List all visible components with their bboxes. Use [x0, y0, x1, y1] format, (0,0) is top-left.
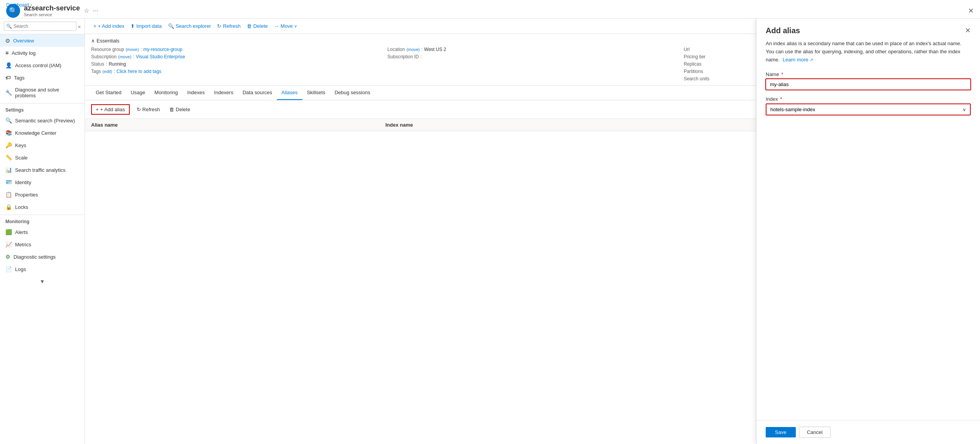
- subscription-value[interactable]: Visual Studio Enterprise: [136, 54, 185, 59]
- sidebar-item-label: Overview: [13, 38, 34, 44]
- sidebar-item-label: Logs: [15, 266, 26, 272]
- sidebar-item-overview[interactable]: ⊙ Overview: [0, 34, 85, 47]
- essentials-collapse-icon: ∧: [91, 38, 95, 44]
- move-dropdown-icon: ∨: [294, 24, 297, 28]
- sidebar-item-access-control[interactable]: 👤 Access control (IAM): [0, 59, 85, 71]
- sidebar-item-label: Alerts: [15, 229, 28, 235]
- location-value: West US 2: [424, 47, 446, 52]
- sidebar-item-logs[interactable]: 📄 Logs: [0, 263, 85, 275]
- sidebar-search-input[interactable]: [4, 22, 76, 31]
- sidebar-item-alerts[interactable]: 🟩 Alerts: [0, 226, 85, 238]
- index-select[interactable]: hotels-sample-index: [766, 104, 970, 115]
- search-traffic-icon: 📊: [5, 167, 12, 173]
- tab-monitoring[interactable]: Monitoring: [150, 86, 183, 100]
- add-alias-button[interactable]: + + Add alias: [91, 104, 130, 115]
- sidebar-item-search-traffic[interactable]: 📊 Search traffic analytics: [0, 164, 85, 176]
- sidebar-item-label: Access control (IAM): [15, 63, 61, 68]
- resource-group-move-link[interactable]: (move): [125, 47, 139, 52]
- service-title: azsearch-service Search service: [24, 4, 80, 17]
- sidebar-item-label: Semantic search (Preview): [15, 118, 75, 124]
- tab-skillsets[interactable]: Skillsets: [302, 86, 330, 100]
- import-data-button[interactable]: ⬆ Import data: [128, 22, 164, 31]
- sidebar-item-label: Identity: [15, 180, 31, 185]
- sidebar-item-diagnose[interactable]: 🔧 Diagnose and solve problems: [0, 84, 85, 102]
- sidebar-item-knowledge-center[interactable]: 📚 Knowledge Center: [0, 127, 85, 139]
- favorite-icon[interactable]: ☆: [84, 7, 89, 14]
- locks-icon: 🔒: [5, 204, 12, 210]
- properties-icon: 📋: [5, 191, 12, 198]
- sidebar-item-label: Metrics: [15, 242, 31, 247]
- location-label: Location: [387, 47, 405, 52]
- tab-usage[interactable]: Usage: [126, 86, 150, 100]
- knowledge-center-icon: 📚: [5, 130, 12, 136]
- name-label: Name *: [766, 71, 971, 77]
- more-options-icon[interactable]: ···: [93, 7, 98, 14]
- name-required-indicator: *: [781, 71, 783, 77]
- window-close-button[interactable]: ✕: [968, 7, 974, 15]
- sidebar-item-label: Tags: [14, 75, 24, 81]
- sidebar-scroll-down[interactable]: ▼: [0, 275, 85, 288]
- sidebar-item-properties[interactable]: 📋 Properties: [0, 188, 85, 201]
- content-area: + + Add index ⬆ Import data 🔍 Search exp…: [85, 19, 980, 444]
- breadcrumb[interactable]: Dashboard ›: [6, 2, 32, 8]
- search-explorer-button[interactable]: 🔍 Search explorer: [166, 22, 214, 31]
- status-label: Status: [91, 61, 104, 67]
- search-explorer-icon: 🔍: [168, 23, 174, 29]
- save-button[interactable]: Save: [766, 427, 796, 437]
- semantic-search-icon: 🔍: [5, 117, 12, 124]
- refresh-button[interactable]: ↻ Refresh: [215, 22, 243, 31]
- cancel-button[interactable]: Cancel: [799, 427, 831, 438]
- tab-indexes[interactable]: Indexes: [183, 86, 210, 100]
- sidebar-item-tags[interactable]: 🏷 Tags: [0, 71, 85, 84]
- panel-description: An index alias is a secondary name that …: [766, 40, 971, 64]
- tags-edit-link[interactable]: (edit): [102, 69, 112, 74]
- sidebar-item-semantic-search[interactable]: 🔍 Semantic search (Preview): [0, 114, 85, 127]
- tab-aliases[interactable]: Aliases: [277, 86, 302, 100]
- sidebar-collapse-icon[interactable]: «: [78, 24, 81, 29]
- resource-group-value[interactable]: my-resource-group: [143, 47, 182, 52]
- tags-label: Tags: [91, 69, 101, 74]
- sidebar-item-diagnostic-settings[interactable]: ⚙ Diagnostic settings: [0, 251, 85, 263]
- add-index-icon: +: [93, 23, 97, 29]
- sidebar-item-scale[interactable]: 📏 Scale: [0, 151, 85, 164]
- identity-icon: 🪪: [5, 179, 12, 185]
- tab-data-sources[interactable]: Data sources: [238, 86, 277, 100]
- tab-debug-sessions[interactable]: Debug sessions: [330, 86, 375, 100]
- sidebar-item-locks[interactable]: 🔒 Locks: [0, 201, 85, 213]
- sidebar-item-label: Activity log: [12, 50, 36, 56]
- alerts-icon: 🟩: [5, 229, 12, 235]
- aliases-delete-button[interactable]: 🗑 Delete: [167, 105, 193, 114]
- index-required-indicator: *: [780, 96, 782, 102]
- aliases-refresh-button[interactable]: ↻ Refresh: [134, 105, 163, 114]
- name-form-group: Name *: [766, 71, 971, 90]
- overview-icon: ⊙: [5, 37, 10, 44]
- alias-name-input[interactable]: [766, 79, 971, 90]
- learn-more-link[interactable]: Learn more ↗: [783, 57, 813, 63]
- tags-value[interactable]: Click here to add tags: [117, 69, 161, 74]
- move-button[interactable]: → Move ∨: [272, 22, 300, 31]
- tab-get-started[interactable]: Get Started: [91, 86, 126, 100]
- add-index-button[interactable]: + + Add index: [91, 22, 127, 31]
- tab-indexers[interactable]: Indexers: [209, 86, 238, 100]
- location-move-link[interactable]: (move): [407, 47, 420, 52]
- sidebar-item-metrics[interactable]: 📈 Metrics: [0, 238, 85, 251]
- add-alias-panel: Add alias ✕ An index alias is a secondar…: [756, 19, 980, 444]
- index-label: Index *: [766, 96, 971, 102]
- refresh-icon: ↻: [217, 23, 221, 29]
- sidebar-item-label: Properties: [15, 192, 38, 198]
- delete-button[interactable]: 🗑 Delete: [244, 22, 270, 31]
- status-value: Running: [109, 61, 126, 67]
- settings-section-label: Settings: [0, 103, 85, 114]
- access-control-icon: 👤: [5, 62, 12, 68]
- sidebar-item-activity-log[interactable]: ≡ Activity log: [0, 47, 85, 59]
- sidebar-item-identity[interactable]: 🪪 Identity: [0, 176, 85, 188]
- scale-icon: 📏: [5, 154, 12, 161]
- subscription-move-link[interactable]: (move): [118, 54, 131, 59]
- panel-title: Add alias: [766, 26, 800, 35]
- panel-footer: Save Cancel: [756, 420, 980, 444]
- panel-close-button[interactable]: ✕: [965, 26, 971, 35]
- tags-icon: 🏷: [5, 75, 11, 81]
- subscription-label: Subscription: [91, 54, 117, 59]
- sidebar-item-keys[interactable]: 🔑 Keys: [0, 139, 85, 151]
- diagnose-icon: 🔧: [5, 90, 12, 96]
